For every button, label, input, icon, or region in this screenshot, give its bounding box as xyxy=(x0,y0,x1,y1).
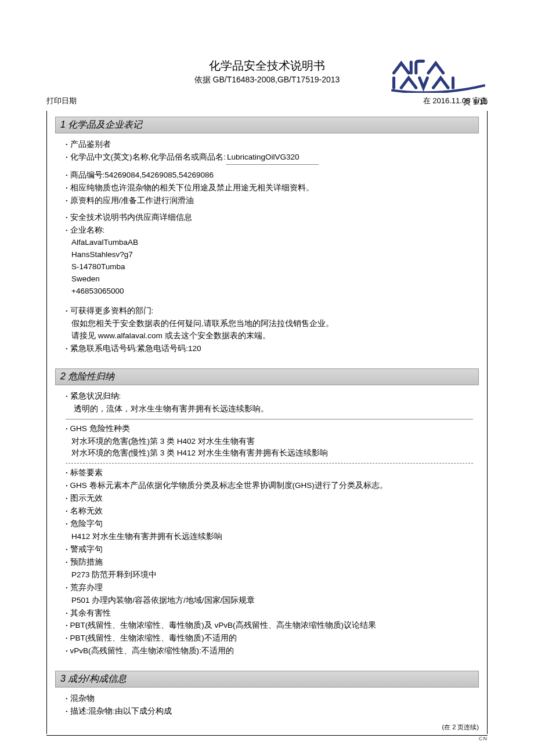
signal-line: 名称无效 xyxy=(66,505,473,518)
description-text: 混杂物:由以下成分构成 xyxy=(88,707,172,715)
emergency-row: 紧急联系电话号码:紧急电话号码:120 xyxy=(66,343,473,355)
page-number: 页 1/10 xyxy=(389,97,488,107)
pbt-na: PBT(残留性、生物浓缩性、毒性物质)不适用的 xyxy=(66,632,473,645)
section-2: 2 危险性归纳 紧急状况归纳: 透明的，流体，对水生生物有害并拥有长远连续影响。… xyxy=(55,368,479,660)
product-name-prefix: 化学品中文(英文)名称,化学品俗名或商品名: xyxy=(70,153,226,161)
dept-line-2: 请接见 www.alfalaval.com 或去这个安全数据表的末端。 xyxy=(71,330,473,342)
section-3: 3 成分/构成信息 混杂物 描述:混杂物:由以下成分构成 xyxy=(55,671,479,721)
ghs-line-1: 对水环境的危害(急性)第 3 类 H402 对水生生物有害 xyxy=(71,436,473,448)
emergency-value: 紧急电话号码:120 xyxy=(137,344,201,353)
page-header: 页 1/10 化学品安全技术说明书 依据 GB/T16483-2008,GB/T… xyxy=(46,58,488,85)
company-line-3: S-14780Tumba xyxy=(71,261,473,273)
material-line: 原资料的应用/准备工作进行润滑油 xyxy=(66,195,473,207)
description-label: 描述: xyxy=(70,707,89,715)
dept-line-1: 假如您相关于安全数据表的任何疑问,请联系您当地的阿法拉伐销售企业。 xyxy=(71,318,473,330)
description-row: 描述:混杂物:由以下成分构成 xyxy=(66,706,473,718)
footer-cn: CN xyxy=(46,736,488,741)
company-line-1: AlfaLavalTumbaAB xyxy=(71,237,473,249)
vpvb-na: vPvB(高残留性、高生物浓缩性物质):不适用的 xyxy=(66,645,473,657)
separator-solid xyxy=(66,419,473,419)
product-identifier-label: 产品鉴别者 xyxy=(66,139,473,151)
pictogram-line: 图示无效 xyxy=(66,493,473,505)
section-2-heading: 2 危险性归纳 xyxy=(55,368,479,385)
ghs-label-elements: GHS 卷标元素本产品依据化学物质分类及标志全世界协调制度(GHS)进行了分类及… xyxy=(66,480,473,492)
prevention-label: 预防措施 xyxy=(66,556,473,569)
company-line-2: HansStahlesv?g7 xyxy=(71,249,473,261)
alfa-laval-logo: 页 1/10 xyxy=(389,58,488,107)
emergency-overview-text: 透明的，流体，对水生生物有害并拥有长远连续影响。 xyxy=(74,403,473,415)
company-line-5: +46853065000 xyxy=(71,285,473,298)
company-line-4: Sweden xyxy=(71,273,473,285)
other-hazards: 其余有害性 xyxy=(66,607,473,620)
hazard-label: 危险字句 xyxy=(66,518,473,530)
ghs-line-2: 对水环境的危害(慢性)第 3 类 H412 对水生生物有害并拥有长远连续影响 xyxy=(71,447,473,460)
h412-line: H412 对水生生物有害并拥有长远连续影响 xyxy=(71,531,473,543)
article-number-row: 商品编号:54269084,54269085,54269086 xyxy=(66,169,473,182)
label-elements: 标签要素 xyxy=(66,467,473,479)
product-name-row: 化学品中文(英文)名称,化学品俗名或商品名:LubricatingOilVG32… xyxy=(66,151,473,165)
separator-dashed xyxy=(66,463,473,464)
use-line: 相应纯物质也许混杂物的相关下位用途及禁止用途无相关详细资料。 xyxy=(66,182,473,194)
p273-line: P273 防范开释到环境中 xyxy=(71,569,473,581)
continued-note: (在 2 页连续) xyxy=(55,723,479,732)
print-date-label: 打印日期 xyxy=(46,96,77,106)
emergency-overview-label: 紧急状况归纳: xyxy=(66,390,473,403)
article-number-value: 54269084,54269085,54269086 xyxy=(104,171,214,179)
section-1-heading: 1 化学品及企业表记 xyxy=(55,117,479,133)
precaution-label: 警戒字句 xyxy=(66,544,473,556)
p501-line: P501 办理内装物/容器依据地方/地域/国家/国际规章 xyxy=(71,595,473,607)
supplier-heading: 安全技术说明书内供应商详细信息 xyxy=(66,212,473,224)
mixture-label: 混杂物 xyxy=(66,693,473,705)
company-address-block: AlfaLavalTumbaAB HansStahlesv?g7 S-14780… xyxy=(71,237,473,298)
ghs-class-label: GHS 危险性种类 xyxy=(66,423,473,435)
pbt-vpvb-results: PBT(残留性、生物浓缩性、毒性物质)及 vPvB(高残留性、高生物浓缩性物质)… xyxy=(66,620,473,632)
article-number-label: 商品编号: xyxy=(70,171,105,179)
disposal-label: 荒弃办理 xyxy=(66,582,473,594)
company-label: 企业名称: xyxy=(66,225,473,237)
emergency-label: 紧急联系电话号码: xyxy=(70,344,138,353)
product-name-value: LubricatingOilVG320 xyxy=(226,151,319,165)
section-3-heading: 3 成分/构成信息 xyxy=(55,671,479,688)
section-1: 1 化学品及企业表记 产品鉴别者 化学品中文(英文)名称,化学品俗名或商品名:L… xyxy=(55,117,479,358)
dept-label: 可获得更多资料的部门: xyxy=(66,305,473,317)
content-frame: 1 化学品及企业表记 产品鉴别者 化学品中文(英文)名称,化学品俗名或商品名:L… xyxy=(46,111,488,734)
